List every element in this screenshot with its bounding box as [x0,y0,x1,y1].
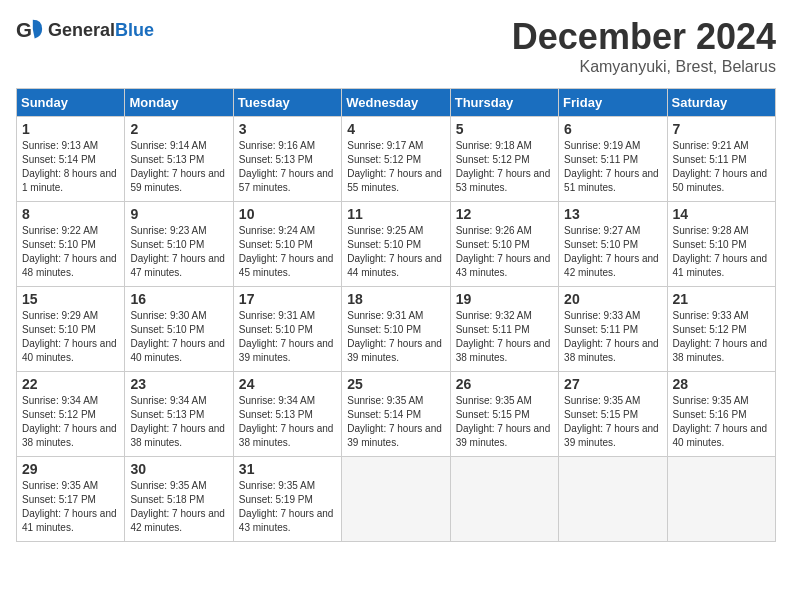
month-title: December 2024 [512,16,776,58]
day-info: Sunrise: 9:33 AM Sunset: 5:12 PM Dayligh… [673,309,770,365]
logo-icon: G [16,16,44,44]
table-row [667,457,775,542]
table-row: 1 Sunrise: 9:13 AM Sunset: 5:14 PM Dayli… [17,117,125,202]
day-number: 26 [456,376,553,392]
day-info: Sunrise: 9:16 AM Sunset: 5:13 PM Dayligh… [239,139,336,195]
day-info: Sunrise: 9:34 AM Sunset: 5:13 PM Dayligh… [239,394,336,450]
day-number: 25 [347,376,444,392]
day-info: Sunrise: 9:27 AM Sunset: 5:10 PM Dayligh… [564,224,661,280]
day-number: 13 [564,206,661,222]
header-saturday: Saturday [667,89,775,117]
header-monday: Monday [125,89,233,117]
day-info: Sunrise: 9:31 AM Sunset: 5:10 PM Dayligh… [239,309,336,365]
table-row: 14 Sunrise: 9:28 AM Sunset: 5:10 PM Dayl… [667,202,775,287]
day-number: 28 [673,376,770,392]
day-number: 29 [22,461,119,477]
calendar: Sunday Monday Tuesday Wednesday Thursday… [16,88,776,542]
table-row: 6 Sunrise: 9:19 AM Sunset: 5:11 PM Dayli… [559,117,667,202]
table-row: 25 Sunrise: 9:35 AM Sunset: 5:14 PM Dayl… [342,372,450,457]
day-info: Sunrise: 9:35 AM Sunset: 5:14 PM Dayligh… [347,394,444,450]
table-row: 29 Sunrise: 9:35 AM Sunset: 5:17 PM Dayl… [17,457,125,542]
calendar-week-row: 8 Sunrise: 9:22 AM Sunset: 5:10 PM Dayli… [17,202,776,287]
table-row: 28 Sunrise: 9:35 AM Sunset: 5:16 PM Dayl… [667,372,775,457]
table-row: 9 Sunrise: 9:23 AM Sunset: 5:10 PM Dayli… [125,202,233,287]
day-info: Sunrise: 9:14 AM Sunset: 5:13 PM Dayligh… [130,139,227,195]
day-number: 27 [564,376,661,392]
day-number: 6 [564,121,661,137]
day-number: 18 [347,291,444,307]
day-info: Sunrise: 9:19 AM Sunset: 5:11 PM Dayligh… [564,139,661,195]
location-title: Kamyanyuki, Brest, Belarus [512,58,776,76]
day-info: Sunrise: 9:13 AM Sunset: 5:14 PM Dayligh… [22,139,119,195]
logo: G GeneralBlue [16,16,154,44]
day-number: 12 [456,206,553,222]
table-row [559,457,667,542]
day-info: Sunrise: 9:35 AM Sunset: 5:15 PM Dayligh… [564,394,661,450]
table-row: 2 Sunrise: 9:14 AM Sunset: 5:13 PM Dayli… [125,117,233,202]
calendar-week-row: 29 Sunrise: 9:35 AM Sunset: 5:17 PM Dayl… [17,457,776,542]
day-number: 9 [130,206,227,222]
table-row: 20 Sunrise: 9:33 AM Sunset: 5:11 PM Dayl… [559,287,667,372]
header-thursday: Thursday [450,89,558,117]
table-row [450,457,558,542]
day-number: 1 [22,121,119,137]
day-info: Sunrise: 9:29 AM Sunset: 5:10 PM Dayligh… [22,309,119,365]
day-number: 22 [22,376,119,392]
day-info: Sunrise: 9:32 AM Sunset: 5:11 PM Dayligh… [456,309,553,365]
day-info: Sunrise: 9:33 AM Sunset: 5:11 PM Dayligh… [564,309,661,365]
day-number: 8 [22,206,119,222]
day-info: Sunrise: 9:30 AM Sunset: 5:10 PM Dayligh… [130,309,227,365]
table-row [342,457,450,542]
day-info: Sunrise: 9:35 AM Sunset: 5:16 PM Dayligh… [673,394,770,450]
header-friday: Friday [559,89,667,117]
weekday-header-row: Sunday Monday Tuesday Wednesday Thursday… [17,89,776,117]
day-info: Sunrise: 9:34 AM Sunset: 5:13 PM Dayligh… [130,394,227,450]
header-sunday: Sunday [17,89,125,117]
day-info: Sunrise: 9:21 AM Sunset: 5:11 PM Dayligh… [673,139,770,195]
table-row: 23 Sunrise: 9:34 AM Sunset: 5:13 PM Dayl… [125,372,233,457]
day-info: Sunrise: 9:31 AM Sunset: 5:10 PM Dayligh… [347,309,444,365]
day-number: 24 [239,376,336,392]
header-tuesday: Tuesday [233,89,341,117]
table-row: 10 Sunrise: 9:24 AM Sunset: 5:10 PM Dayl… [233,202,341,287]
table-row: 4 Sunrise: 9:17 AM Sunset: 5:12 PM Dayli… [342,117,450,202]
day-number: 2 [130,121,227,137]
day-number: 5 [456,121,553,137]
day-number: 23 [130,376,227,392]
day-info: Sunrise: 9:24 AM Sunset: 5:10 PM Dayligh… [239,224,336,280]
table-row: 13 Sunrise: 9:27 AM Sunset: 5:10 PM Dayl… [559,202,667,287]
table-row: 26 Sunrise: 9:35 AM Sunset: 5:15 PM Dayl… [450,372,558,457]
day-info: Sunrise: 9:25 AM Sunset: 5:10 PM Dayligh… [347,224,444,280]
day-number: 19 [456,291,553,307]
title-area: December 2024 Kamyanyuki, Brest, Belarus [512,16,776,76]
table-row: 8 Sunrise: 9:22 AM Sunset: 5:10 PM Dayli… [17,202,125,287]
day-info: Sunrise: 9:35 AM Sunset: 5:17 PM Dayligh… [22,479,119,535]
svg-text:G: G [16,18,32,41]
day-number: 17 [239,291,336,307]
logo-general-text: General [48,20,115,40]
header-wednesday: Wednesday [342,89,450,117]
day-info: Sunrise: 9:35 AM Sunset: 5:18 PM Dayligh… [130,479,227,535]
table-row: 11 Sunrise: 9:25 AM Sunset: 5:10 PM Dayl… [342,202,450,287]
day-number: 21 [673,291,770,307]
day-number: 11 [347,206,444,222]
day-info: Sunrise: 9:22 AM Sunset: 5:10 PM Dayligh… [22,224,119,280]
table-row: 12 Sunrise: 9:26 AM Sunset: 5:10 PM Dayl… [450,202,558,287]
day-info: Sunrise: 9:23 AM Sunset: 5:10 PM Dayligh… [130,224,227,280]
day-info: Sunrise: 9:26 AM Sunset: 5:10 PM Dayligh… [456,224,553,280]
table-row: 22 Sunrise: 9:34 AM Sunset: 5:12 PM Dayl… [17,372,125,457]
calendar-week-row: 15 Sunrise: 9:29 AM Sunset: 5:10 PM Dayl… [17,287,776,372]
day-number: 10 [239,206,336,222]
day-info: Sunrise: 9:35 AM Sunset: 5:19 PM Dayligh… [239,479,336,535]
day-number: 14 [673,206,770,222]
table-row: 5 Sunrise: 9:18 AM Sunset: 5:12 PM Dayli… [450,117,558,202]
table-row: 21 Sunrise: 9:33 AM Sunset: 5:12 PM Dayl… [667,287,775,372]
day-number: 16 [130,291,227,307]
table-row: 31 Sunrise: 9:35 AM Sunset: 5:19 PM Dayl… [233,457,341,542]
day-number: 30 [130,461,227,477]
table-row: 16 Sunrise: 9:30 AM Sunset: 5:10 PM Dayl… [125,287,233,372]
table-row: 7 Sunrise: 9:21 AM Sunset: 5:11 PM Dayli… [667,117,775,202]
day-number: 3 [239,121,336,137]
table-row: 19 Sunrise: 9:32 AM Sunset: 5:11 PM Dayl… [450,287,558,372]
page-header: G GeneralBlue December 2024 Kamyanyuki, … [16,16,776,76]
